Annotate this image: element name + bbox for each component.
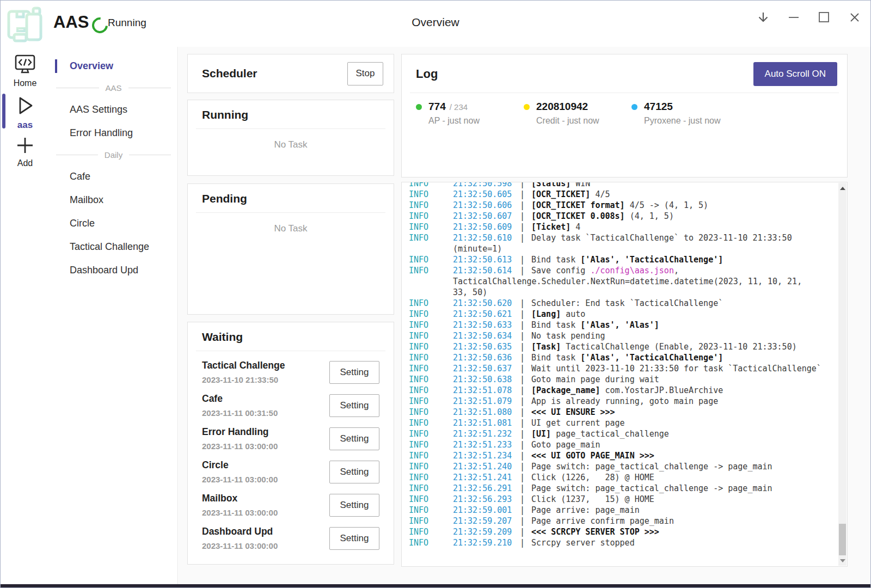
window-controls (756, 10, 862, 24)
scrollbar-down-arrow[interactable] (838, 556, 847, 565)
log-message: [OCR_TICKET 0.008s] (4, 1, 5) (531, 211, 674, 222)
nav-item-circle[interactable]: Circle (50, 212, 177, 235)
log-timestamp: 21:32:50.610 (453, 232, 520, 243)
rail-item-aas[interactable]: aas (1, 94, 50, 131)
task-setting-button-dashboard-upd[interactable]: Setting (329, 527, 379, 550)
log-message: [Package_name] com.YostarJP.BlueArchive (531, 385, 723, 396)
running-empty-text: No Task (188, 139, 394, 150)
stat-dot-icon (631, 104, 637, 110)
log-timestamp: 21:32:50.633 (453, 320, 520, 330)
nav-menu: OverviewAASAAS SettingsError HandlingDai… (50, 47, 178, 584)
log-message: Click (1237, 15) @ HOME (531, 494, 654, 505)
stat-credit: 220810942Credit - just now (524, 101, 631, 126)
divider (196, 212, 385, 213)
scrollbar-up-arrow[interactable] (838, 183, 847, 193)
log-separator: | (520, 232, 525, 243)
divider-line (128, 88, 171, 88)
minimize-button[interactable] (786, 10, 801, 24)
log-line-continuation: TacticalChallenge.Scheduler.NextRun=date… (409, 276, 837, 287)
left-rail: Home aas Add (1, 47, 50, 584)
page-title: Overview (273, 16, 598, 29)
nav-item-tactical-challenge[interactable]: Tactical Challenge (50, 235, 177, 259)
log-timestamp: 21:32:51.234 (453, 450, 520, 461)
log-level: INFO (409, 330, 453, 341)
log-message: TacticalChallenge.Scheduler.NextRun=date… (453, 276, 802, 287)
minimize-icon (789, 17, 799, 18)
log-line: INFO21:32:50.634|No task pending (409, 330, 837, 341)
log-separator: | (520, 298, 525, 309)
nav-item-overview[interactable]: Overview (50, 54, 177, 78)
log-message: Bind task ['Alas', 'TacticalChallenge'] (531, 352, 723, 363)
log-scroll-area[interactable]: INFO21:32:50.598|[Status] WININFO21:32:5… (409, 182, 837, 565)
log-level: INFO (409, 182, 453, 189)
log-timestamp: 21:32:56.291 (453, 483, 520, 494)
log-title: Log (416, 67, 753, 81)
close-button[interactable] (847, 10, 862, 24)
log-line: INFO21:32:50.607|[OCR_TICKET 0.008s] (4,… (409, 211, 837, 222)
download-arrow-icon (756, 10, 770, 24)
stat-value: 47125 (644, 101, 673, 113)
scheduler-title: Scheduler (202, 67, 347, 80)
waiting-card: Waiting Tactical Challenge2023-11-10 21:… (187, 322, 394, 565)
log-separator: | (520, 418, 525, 428)
nav-item-cafe[interactable]: Cafe (50, 165, 177, 188)
log-message: Save config ./config\aas.json, (531, 265, 679, 276)
code-monitor-icon (13, 53, 37, 76)
window-bottom-edge (1, 584, 870, 587)
nav-section-label: AAS (106, 83, 122, 93)
log-timestamp: 21:32:51.240 (453, 461, 520, 472)
task-setting-button-circle[interactable]: Setting (329, 461, 379, 483)
log-line: INFO21:32:50.598|[Status] WIN (409, 182, 837, 189)
log-message: Scheduler: End task `TacticalChallenge` (531, 298, 723, 309)
log-line: INFO21:32:51.240|Page switch: page_tacti… (409, 461, 837, 472)
nav-item-mailbox[interactable]: Mailbox (50, 188, 177, 212)
rail-item-add[interactable]: Add (1, 134, 50, 168)
log-message: 33, 50) (453, 287, 487, 298)
log-timestamp: 21:32:51.079 (453, 396, 520, 407)
log-level: INFO (409, 428, 453, 439)
log-separator: | (520, 200, 525, 211)
task-setting-button-tactical-challenge[interactable]: Setting (329, 361, 379, 384)
log-message: Page switch: page_tactical_challenge -> … (531, 461, 772, 472)
divider-line (56, 88, 99, 88)
task-setting-button-error-handling[interactable]: Setting (329, 427, 379, 450)
log-line: INFO21:32:56.293|Click (1237, 15) @ HOME (409, 494, 837, 505)
log-message: Goto page_main (531, 439, 600, 450)
app-name: AAS (53, 13, 89, 32)
maximize-button[interactable] (817, 10, 831, 24)
log-timestamp: 21:32:50.609 (453, 222, 520, 232)
triangle-down-icon (840, 559, 845, 562)
stat-dot-icon (416, 104, 422, 110)
stat-suffix: / 234 (450, 102, 468, 112)
task-setting-button-cafe[interactable]: Setting (329, 394, 379, 417)
running-card: Running No Task (187, 100, 394, 176)
task-setting-button-mailbox[interactable]: Setting (329, 494, 379, 517)
nav-item-aas-settings[interactable]: AAS Settings (50, 98, 177, 121)
log-line: INFO21:32:50.621|[Lang] auto (409, 309, 837, 320)
log-separator: | (520, 352, 525, 363)
log-level: INFO (409, 374, 453, 385)
download-update-button[interactable] (756, 10, 770, 24)
stat-value: 774 (428, 101, 446, 113)
main-area: Scheduler Stop Running No Task Pending N… (179, 47, 870, 584)
log-separator: | (520, 254, 525, 265)
pending-title: Pending (202, 192, 247, 205)
log-message: Wait until 2023-11-10 21:33:50 for task … (531, 363, 821, 374)
log-level: INFO (409, 526, 453, 537)
log-message: Page arrive confirm page_main (531, 516, 674, 526)
rail-item-home[interactable]: Home (1, 53, 50, 88)
log-level: INFO (409, 320, 453, 330)
log-message: [Task] TacticalChallenge (Enable, 2023-1… (531, 341, 797, 352)
log-level: INFO (409, 298, 453, 309)
auto-scroll-toggle-button[interactable]: Auto Scroll ON (753, 62, 837, 86)
scrollbar-thumb[interactable] (839, 524, 846, 555)
nav-item-dashboard-upd[interactable]: Dashboard Upd (50, 259, 177, 282)
log-separator: | (520, 396, 525, 407)
scheduler-stop-button[interactable]: Stop (347, 62, 383, 85)
log-timestamp: 21:32:56.293 (453, 494, 520, 505)
nav-item-error-handling[interactable]: Error Handling (50, 121, 177, 145)
log-line: INFO21:32:59.001|Page arrive: page_main (409, 505, 837, 516)
log-scrollbar[interactable] (838, 183, 847, 566)
log-timestamp: 21:32:50.620 (453, 298, 520, 309)
log-line: INFO21:32:50.606|[OCR_TICKET format] 4/5… (409, 200, 837, 211)
